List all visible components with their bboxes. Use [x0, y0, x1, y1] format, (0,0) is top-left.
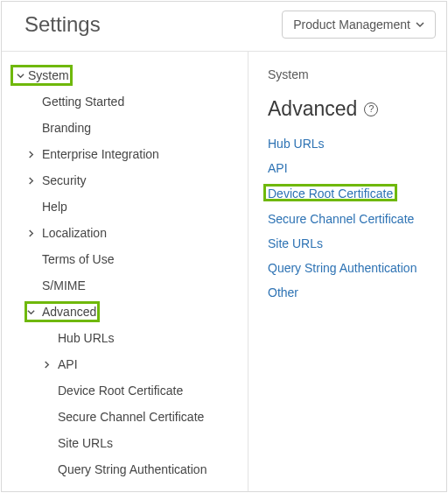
nav-item-label: Getting Started: [42, 95, 124, 109]
nav-item-label: Query String Authentication: [58, 462, 206, 476]
nav-item-label: Hub URLs: [58, 331, 115, 345]
help-icon[interactable]: ?: [364, 102, 378, 116]
breadcrumb[interactable]: System: [268, 67, 439, 81]
nav-item-api[interactable]: API: [2, 351, 248, 377]
nav-item-localization[interactable]: Localization: [2, 220, 248, 246]
content-pane: System Advanced ? Hub URLsAPIDevice Root…: [248, 52, 446, 491]
chevron-down-icon[interactable]: [24, 308, 37, 316]
nav-item-device-root-certificate[interactable]: Device Root Certificate: [2, 377, 248, 404]
product-dropdown[interactable]: Product Management: [282, 11, 436, 39]
nav-item-security[interactable]: Security: [2, 167, 248, 194]
chevron-right-icon[interactable]: [40, 361, 52, 369]
nav-item-getting-started[interactable]: Getting Started: [2, 88, 248, 115]
sidebar: SystemGetting StartedBrandingEnterprise …: [2, 52, 248, 491]
nav-item-help[interactable]: Help: [2, 194, 248, 220]
nav-tree[interactable]: SystemGetting StartedBrandingEnterprise …: [2, 52, 248, 491]
nav-item-label: Device Root Certificate: [58, 384, 183, 398]
nav-item-label: Branding: [42, 121, 91, 135]
nav-item-advanced[interactable]: Advanced: [2, 299, 248, 325]
content-link-device-root-certificate[interactable]: Device Root Certificate: [268, 187, 393, 201]
nav-item-label: Help: [42, 200, 67, 214]
chevron-right-icon[interactable]: [24, 151, 37, 158]
nav-item-label: Enterprise Integration: [42, 147, 159, 161]
product-dropdown-label: Product Management: [293, 18, 410, 32]
nav-item-label: S/MIME: [42, 278, 86, 292]
nav-item-s-mime[interactable]: S/MIME: [2, 272, 248, 299]
content-link-secure-channel-certificate[interactable]: Secure Channel Certificate: [268, 212, 439, 226]
nav-item-hub-urls[interactable]: Hub URLs: [2, 325, 248, 351]
header: Settings Product Management: [2, 2, 446, 51]
nav-item-terms-of-use[interactable]: Terms of Use: [2, 246, 248, 272]
content-link-site-urls[interactable]: Site URLs: [268, 236, 439, 250]
content-link-other[interactable]: Other: [268, 285, 439, 299]
chevron-right-icon[interactable]: [24, 177, 37, 185]
page-title: Settings: [24, 12, 101, 37]
nav-item-label: Secure Channel Certificate: [58, 410, 204, 424]
nav-item-label: API: [58, 357, 78, 371]
content-link-query-string-authentication[interactable]: Query String Authentication: [268, 261, 439, 275]
nav-item-secure-channel-certificate[interactable]: Secure Channel Certificate: [2, 404, 248, 430]
content-heading-text: Advanced: [268, 97, 357, 121]
nav-item-label: Security: [42, 173, 87, 187]
content-link-api[interactable]: API: [268, 161, 439, 175]
nav-item-branding[interactable]: Branding: [2, 115, 248, 141]
nav-item-system[interactable]: System: [2, 62, 248, 88]
nav-item-enterprise-integration[interactable]: Enterprise Integration: [2, 141, 248, 167]
settings-window: Settings Product Management SystemGettin…: [1, 1, 447, 492]
chevron-down-icon: [416, 20, 424, 29]
chevron-down-icon[interactable]: [14, 72, 26, 80]
nav-item-query-string-authentication[interactable]: Query String Authentication: [2, 456, 248, 482]
body: SystemGetting StartedBrandingEnterprise …: [2, 51, 446, 491]
nav-item-label: Site URLs: [58, 436, 113, 450]
nav-item-label: System: [28, 68, 69, 82]
scroll-filler: [2, 482, 248, 491]
nav-item-site-urls[interactable]: Site URLs: [2, 430, 248, 456]
chevron-right-icon[interactable]: [24, 229, 37, 237]
nav-item-label: Terms of Use: [42, 252, 114, 266]
content-link-hub-urls[interactable]: Hub URLs: [268, 137, 439, 151]
nav-item-label: Advanced: [42, 305, 96, 319]
nav-item-label: Localization: [42, 226, 107, 240]
link-list: Hub URLsAPIDevice Root CertificateSecure…: [268, 137, 439, 299]
content-heading: Advanced ?: [268, 97, 439, 121]
